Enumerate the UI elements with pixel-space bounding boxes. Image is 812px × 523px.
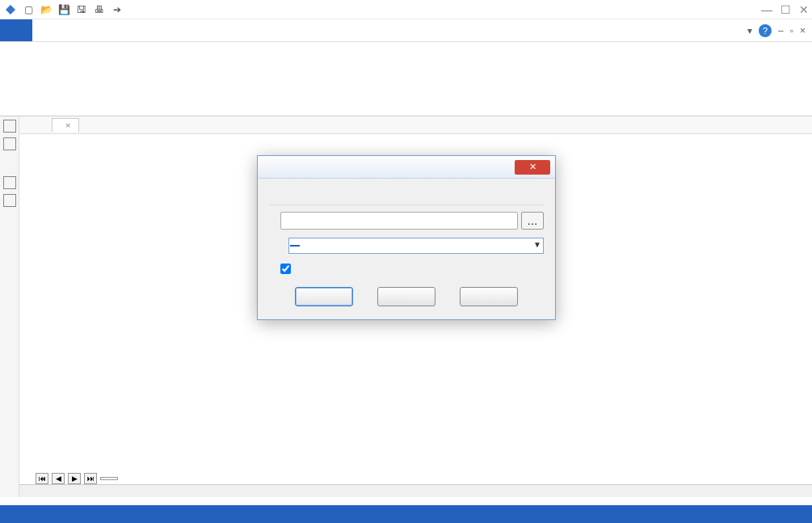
document-tab[interactable]: × bbox=[52, 118, 79, 132]
left-icon-2[interactable] bbox=[3, 137, 16, 150]
window-controls: — ☐ ✕ bbox=[761, 3, 809, 16]
execute-button[interactable] bbox=[460, 287, 518, 306]
saveall-icon[interactable]: 🖫 bbox=[74, 2, 89, 17]
cancel-button[interactable] bbox=[377, 287, 435, 306]
horizontal-scrollbar[interactable] bbox=[19, 484, 812, 497]
quick-access-toolbar: ▢ 📂 💾 🖫 🖶 ➔ bbox=[3, 2, 124, 17]
statusbar bbox=[0, 505, 812, 523]
checkbox-row bbox=[269, 264, 544, 284]
close-icon[interactable]: ✕ bbox=[799, 3, 809, 16]
table-name-combo[interactable]: ▼ bbox=[288, 238, 544, 254]
nav-next-icon[interactable]: ▶ bbox=[68, 473, 81, 484]
left-icon-1[interactable] bbox=[3, 120, 16, 133]
nav-last-icon[interactable]: ⏭ bbox=[84, 473, 97, 484]
sheet-tab[interactable] bbox=[100, 477, 118, 480]
dialog-body: … ▼ bbox=[258, 179, 555, 319]
nav-prev-icon[interactable]: ◀ bbox=[52, 473, 65, 484]
path-input[interactable] bbox=[280, 212, 518, 230]
sheet-nav: ⏮ ◀ ▶ ⏭ bbox=[36, 473, 118, 484]
print-icon[interactable]: 🖶 bbox=[92, 2, 107, 17]
separator bbox=[269, 205, 544, 205]
menu-button[interactable] bbox=[0, 19, 32, 41]
dialog-buttons bbox=[269, 284, 544, 308]
left-icon-3[interactable] bbox=[3, 176, 16, 189]
app-icon bbox=[3, 2, 18, 17]
help-icon[interactable]: ? bbox=[759, 24, 772, 37]
dialog-titlebar[interactable]: ✕ bbox=[258, 156, 555, 179]
mdi-restore-icon[interactable]: ▫ bbox=[790, 25, 793, 36]
menubar-right: ▾ ? – ▫ × bbox=[741, 19, 812, 41]
arrow-icon[interactable]: ➔ bbox=[110, 2, 124, 17]
combo-selected bbox=[290, 245, 300, 247]
left-icon-4[interactable] bbox=[3, 194, 16, 207]
titlebar: ▢ 📂 💾 🖫 🖶 ➔ — ☐ ✕ bbox=[0, 0, 812, 19]
new-icon[interactable]: ▢ bbox=[21, 2, 36, 17]
chevron-down-icon: ▼ bbox=[533, 240, 541, 249]
browse-button[interactable]: … bbox=[521, 212, 544, 230]
function-radios bbox=[269, 192, 544, 200]
document-tabs: × bbox=[19, 116, 812, 134]
menubar: ▾ ? – ▫ × bbox=[0, 19, 812, 42]
save-icon[interactable]: 💾 bbox=[57, 2, 71, 17]
dialog-close-button[interactable]: ✕ bbox=[515, 160, 550, 175]
table-row: ▼ bbox=[269, 238, 544, 264]
ok-button[interactable] bbox=[295, 287, 353, 306]
database-dialog: ✕ … ▼ bbox=[257, 155, 556, 320]
ribbon bbox=[0, 42, 812, 116]
minimize-icon[interactable]: — bbox=[761, 3, 772, 16]
maximize-icon[interactable]: ☐ bbox=[780, 3, 791, 16]
path-row: … bbox=[269, 212, 544, 238]
mdi-close-icon[interactable]: × bbox=[800, 25, 806, 36]
left-toolbar bbox=[0, 116, 19, 497]
mdi-min-icon[interactable]: – bbox=[778, 25, 784, 36]
open-icon[interactable]: 📂 bbox=[39, 2, 53, 17]
auto-delete-checkbox[interactable] bbox=[280, 264, 291, 274]
style-dropdown-icon[interactable]: ▾ bbox=[747, 25, 752, 36]
nav-first-icon[interactable]: ⏮ bbox=[36, 473, 48, 484]
doc-tab-close-icon[interactable]: × bbox=[65, 120, 70, 130]
